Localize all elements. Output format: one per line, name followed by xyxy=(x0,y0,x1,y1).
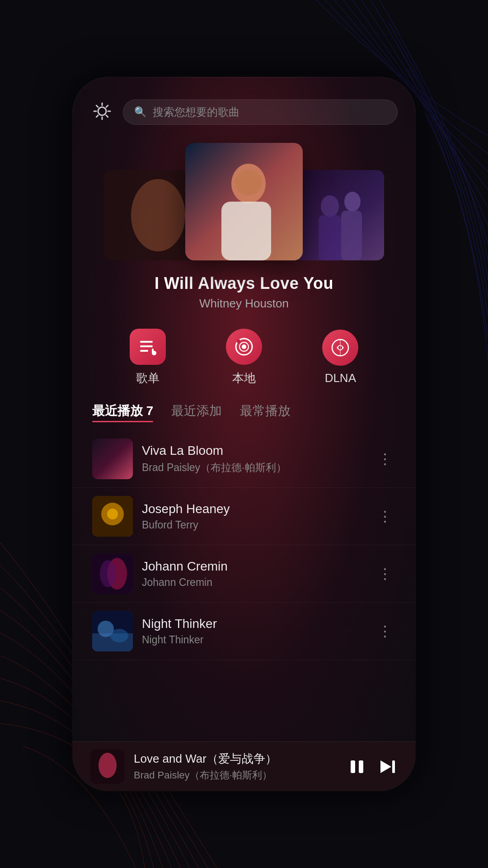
header: 🔍 搜索您想要的歌曲 xyxy=(72,77,416,134)
pause-button[interactable] xyxy=(347,757,367,777)
now-playing-meta: Love and War（爱与战争） Brad Paisley（布拉德·帕斯利） xyxy=(134,751,338,782)
more-btn-4[interactable]: ⋮ xyxy=(374,619,396,643)
svg-point-33 xyxy=(107,509,118,519)
svg-rect-21 xyxy=(140,350,148,352)
now-playing-artist: Brad Paisley（布拉德·帕斯利） xyxy=(134,769,338,782)
svg-rect-17 xyxy=(319,215,341,260)
svg-rect-45 xyxy=(359,760,363,773)
song-row-2[interactable]: Joseph Heaney Buford Terry ⋮ xyxy=(72,488,416,545)
song-meta-3: Johann Cremin Johann Cremin xyxy=(142,559,365,589)
svg-point-6 xyxy=(151,199,160,208)
svg-rect-11 xyxy=(221,202,271,260)
song-row[interactable]: Viva La Bloom Brad Paisley（布拉德·帕斯利） ⋮ xyxy=(72,430,416,488)
song-thumb-1 xyxy=(92,439,133,479)
more-btn-3[interactable]: ⋮ xyxy=(374,561,396,586)
nav-icons: 歌单 本地 xyxy=(72,315,416,395)
search-icon: 🔍 xyxy=(134,106,146,118)
playback-controls xyxy=(347,757,398,777)
song-title: I Will Always Love You xyxy=(90,274,398,293)
song-meta-1: Viva La Bloom Brad Paisley（布拉德·帕斯利） xyxy=(142,443,365,475)
tab-added[interactable]: 最近添加 xyxy=(171,402,222,422)
svg-point-0 xyxy=(98,107,106,115)
song-name-3: Johann Cremin xyxy=(142,559,365,574)
svg-rect-3 xyxy=(136,215,163,260)
svg-point-25 xyxy=(242,344,246,349)
more-btn-2[interactable]: ⋮ xyxy=(374,504,396,528)
song-meta-2: Joseph Heaney Buford Terry xyxy=(142,502,365,531)
song-list: Viva La Bloom Brad Paisley（布拉德·帕斯利） ⋮ Jo… xyxy=(72,426,416,741)
svg-rect-19 xyxy=(140,341,153,343)
song-thumb-2 xyxy=(92,496,133,537)
dlna-icon xyxy=(322,330,358,366)
song-meta-4: Night Thinker Night Thinker xyxy=(142,617,365,646)
now-playing-thumb xyxy=(90,750,125,784)
svg-rect-44 xyxy=(351,760,355,773)
song-thumb-3 xyxy=(92,553,133,594)
album-left[interactable] xyxy=(104,170,194,260)
more-btn-1[interactable]: ⋮ xyxy=(374,447,396,471)
svg-point-16 xyxy=(344,192,361,212)
playlist-icon xyxy=(130,329,166,365)
svg-point-2 xyxy=(133,188,165,224)
tab-recent[interactable]: 最近播放 7 xyxy=(92,402,153,422)
song-name-1: Viva La Bloom xyxy=(142,443,365,458)
song-name-2: Joseph Heaney xyxy=(142,502,365,516)
nav-dlna[interactable]: DLNA xyxy=(322,330,358,385)
song-thumb-4 xyxy=(92,611,133,651)
svg-rect-20 xyxy=(140,345,153,347)
local-icon xyxy=(226,329,262,365)
now-playing-title: Love and War（爱与战争） xyxy=(134,751,338,767)
song-row-4[interactable]: Night Thinker Night Thinker ⋮ xyxy=(72,603,416,660)
svg-point-27 xyxy=(237,340,240,343)
song-artist-3: Johann Cremin xyxy=(142,576,365,589)
song-artist-1: Brad Paisley（布拉德·帕斯利） xyxy=(142,461,365,475)
svg-point-5 xyxy=(138,199,147,208)
svg-point-40 xyxy=(110,629,128,642)
search-bar[interactable]: 🔍 搜索您想要的歌曲 xyxy=(123,99,398,125)
svg-rect-23 xyxy=(152,349,154,353)
phone-frame: 🔍 搜索您想要的歌曲 xyxy=(72,77,416,791)
song-name-4: Night Thinker xyxy=(142,617,365,631)
song-info: I Will Always Love You Whitney Houston xyxy=(72,265,416,315)
album-right[interactable] xyxy=(294,170,384,260)
svg-marker-46 xyxy=(380,760,391,773)
search-placeholder: 搜索您想要的歌曲 xyxy=(153,105,239,119)
svg-point-36 xyxy=(100,560,116,587)
song-artist-2: Buford Terry xyxy=(142,519,365,531)
svg-rect-4 xyxy=(138,202,160,208)
svg-point-15 xyxy=(321,195,339,217)
song-row-3[interactable]: Johann Cremin Johann Cremin ⋮ xyxy=(72,545,416,603)
tabs-row: 最近播放 7 最近添加 最常播放 xyxy=(72,395,416,426)
nav-playlist[interactable]: 歌单 xyxy=(130,329,166,386)
nav-local[interactable]: 本地 xyxy=(226,329,262,386)
tab-frequent[interactable]: 最常播放 xyxy=(240,402,291,422)
vinyl-left xyxy=(133,170,165,175)
next-button[interactable] xyxy=(378,757,398,777)
svg-rect-18 xyxy=(341,211,362,260)
svg-point-42 xyxy=(99,753,117,778)
local-label: 本地 xyxy=(232,370,256,386)
phone-content: 🔍 搜索您想要的歌曲 xyxy=(72,77,416,791)
song-artist-4: Night Thinker xyxy=(142,634,365,646)
dlna-label: DLNA xyxy=(325,371,356,385)
album-carousel xyxy=(72,134,416,265)
svg-rect-47 xyxy=(392,760,395,773)
svg-point-12 xyxy=(235,170,262,195)
svg-rect-1 xyxy=(104,170,194,260)
svg-rect-7 xyxy=(147,203,151,205)
now-playing-bar: Love and War（爱与战争） Brad Paisley（布拉德·帕斯利） xyxy=(72,741,416,791)
song-artist: Whitney Houston xyxy=(90,297,398,311)
playlist-label: 歌单 xyxy=(136,370,160,386)
album-center[interactable] xyxy=(185,143,303,260)
settings-button[interactable] xyxy=(90,99,114,125)
